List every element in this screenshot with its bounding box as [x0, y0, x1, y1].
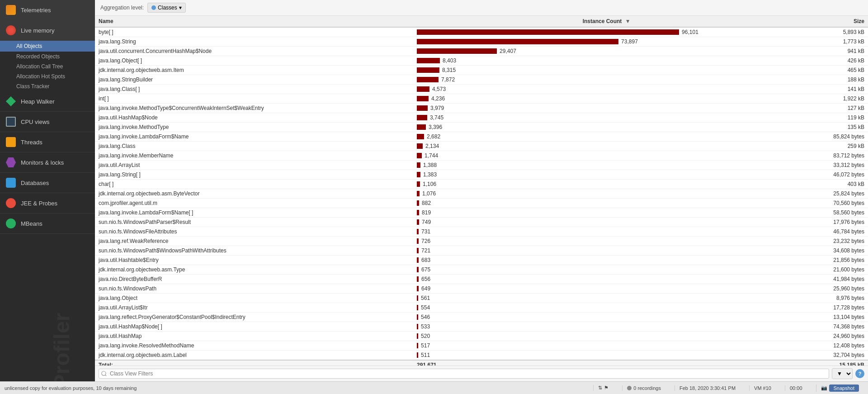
snapshot-button[interactable]: Snapshot	[829, 385, 859, 392]
cell-name: java.lang.ref.WeakReference	[95, 237, 413, 246]
table-row[interactable]: java.lang.Class[ ] 4,573 141 kB	[95, 85, 868, 94]
cell-count: 8,315	[413, 66, 800, 75]
table-row[interactable]: jdk.internal.org.objectweb.asm.Label 511…	[95, 351, 868, 361]
col-header-name[interactable]: Name	[95, 16, 413, 27]
sidebar-label-monitors-locks: Monitors & locks	[21, 159, 64, 166]
sidebar-item-all-objects[interactable]: All Objects	[0, 41, 95, 52]
cell-size: 74,368 bytes	[800, 322, 868, 332]
cell-count: 29,407	[413, 47, 800, 56]
sidebar-item-monitors-locks[interactable]: Monitors & locks	[0, 152, 95, 173]
sidebar-item-allocation-call-tree[interactable]: Allocation Call Tree	[0, 62, 95, 71]
table-row[interactable]: java.lang.ref.WeakReference 726 23,232 b…	[95, 237, 868, 246]
table-row[interactable]: java.lang.Class 2,134 259 kB	[95, 142, 868, 151]
table-row[interactable]: byte[ ] 96,101 5,893 kB	[95, 27, 868, 37]
table-row[interactable]: int[ ] 4,236 1,922 kB	[95, 94, 868, 104]
table-row[interactable]: java.lang.String 73,897 1,773 kB	[95, 37, 868, 47]
table-row[interactable]: sun.nio.fs.WindowsPathParser$Result 749 …	[95, 218, 868, 227]
cell-size: 58,560 bytes	[800, 208, 868, 218]
cell-name: java.util.concurrent.ConcurrentHashMap$N…	[95, 47, 413, 56]
sidebar-item-jee-probes[interactable]: JEE & Probes	[0, 193, 95, 214]
sidebar-item-live-memory[interactable]: Live memory	[0, 20, 95, 41]
main-content: Aggregation level: Classes ▾ Name Instan…	[95, 0, 868, 381]
sidebar-item-mbeans[interactable]: MBeans	[0, 214, 95, 234]
table-row[interactable]: sun.nio.fs.WindowsPath$WindowsPathWithAt…	[95, 246, 868, 256]
table-row[interactable]: java.lang.Object[ ] 8,403 426 kB	[95, 56, 868, 66]
objects-table-container[interactable]: Name Instance Count ▼ Size byte[ ]	[95, 16, 868, 366]
table-row[interactable]: jdk.internal.org.objectweb.asm.Item 8,31…	[95, 66, 868, 75]
col-header-instance-count[interactable]: Instance Count ▼	[413, 16, 800, 27]
cell-size: 46,784 bytes	[800, 227, 868, 237]
table-row[interactable]: java.util.ArrayList 1,388 33,312 bytes	[95, 161, 868, 170]
col-header-size[interactable]: Size	[800, 16, 868, 27]
table-row[interactable]: sun.nio.fs.WindowsFileAttributes 731 46,…	[95, 227, 868, 237]
sidebar-item-telemetries[interactable]: Telemetries	[0, 0, 95, 20]
sidebar-item-heap-walker[interactable]: Heap Walker	[0, 91, 95, 112]
live-memory-icon	[5, 25, 16, 36]
cell-name: java.util.ArrayList$Itr	[95, 303, 413, 313]
table-row[interactable]: java.lang.invoke.LambdaForm$Name 2,682 8…	[95, 132, 868, 142]
status-vm-segment: VM #10	[749, 385, 776, 391]
sidebar-item-threads[interactable]: Threads	[0, 132, 95, 152]
cell-size: 13,104 bytes	[800, 313, 868, 322]
cell-size: 17,976 bytes	[800, 218, 868, 227]
sidebar-item-databases[interactable]: Databases	[0, 173, 95, 193]
aggregation-dropdown[interactable]: Classes ▾	[147, 3, 186, 13]
table-row[interactable]: java.util.concurrent.ConcurrentHashMap$N…	[95, 47, 868, 56]
cell-size: 17,728 bytes	[800, 303, 868, 313]
table-row[interactable]: jdk.internal.org.objectweb.asm.ByteVecto…	[95, 189, 868, 199]
cell-size: 465 kB	[800, 66, 868, 75]
table-row[interactable]: java.lang.invoke.LambdaForm$Name[ ] 819 …	[95, 208, 868, 218]
table-row[interactable]: char[ ] 1,106 403 kB	[95, 180, 868, 189]
cell-count: 554	[413, 303, 800, 313]
table-row[interactable]: java.util.HashMap$Node[ ] 533 74,368 byt…	[95, 322, 868, 332]
sidebar-item-recorded-objects[interactable]: Recorded Objects	[0, 52, 95, 62]
table-row[interactable]: java.util.HashMap$Node 3,745 119 kB	[95, 113, 868, 123]
cell-size: 46,072 bytes	[800, 170, 868, 180]
cell-count: 882	[413, 199, 800, 208]
sidebar-label-jee-probes: JEE & Probes	[21, 200, 57, 207]
cell-size: 34,608 bytes	[800, 246, 868, 256]
cell-size: 8,976 bytes	[800, 294, 868, 303]
allocation-call-tree-label: Allocation Call Tree	[16, 63, 63, 70]
cell-count: 3,979	[413, 104, 800, 113]
table-row[interactable]: java.util.ArrayList$Itr 554 17,728 bytes	[95, 303, 868, 313]
sidebar: Telemetries Live memory All Objects Reco…	[0, 0, 95, 381]
table-row[interactable]: java.lang.Object 561 8,976 bytes	[95, 294, 868, 303]
help-button[interactable]: ?	[855, 369, 864, 378]
table-row[interactable]: java.lang.invoke.MemberName 1,744 83,712…	[95, 151, 868, 161]
cell-count: 675	[413, 265, 800, 275]
table-row[interactable]: java.lang.StringBuilder 7,872 188 kB	[95, 75, 868, 85]
cell-name: java.lang.String[ ]	[95, 170, 413, 180]
table-row[interactable]: java.util.HashMap 520 24,960 bytes	[95, 332, 868, 341]
cell-name: jdk.internal.org.objectweb.asm.Label	[95, 351, 413, 361]
table-row[interactable]: java.nio.DirectByteBufferR 656 41,984 by…	[95, 275, 868, 284]
sidebar-label-cpu-views: CPU views	[21, 119, 50, 125]
table-row[interactable]: java.lang.reflect.ProxyGenerator$Constan…	[95, 313, 868, 322]
cell-size: 83,712 bytes	[800, 151, 868, 161]
sidebar-item-allocation-hot-spots[interactable]: Allocation Hot Spots	[0, 71, 95, 81]
cell-count: 561	[413, 294, 800, 303]
table-row[interactable]: java.lang.invoke.MethodType$ConcurrentWe…	[95, 104, 868, 113]
class-filter-input[interactable]	[99, 369, 829, 379]
table-row[interactable]: java.lang.String[ ] 1,383 46,072 bytes	[95, 170, 868, 180]
cell-size: 1,773 kB	[800, 37, 868, 47]
aggregation-chevron: ▾	[179, 5, 182, 11]
cell-name: java.lang.invoke.MemberName	[95, 151, 413, 161]
filter-dropdown[interactable]: ▼	[832, 368, 853, 379]
table-row[interactable]: jdk.internal.org.objectweb.asm.Type 675 …	[95, 265, 868, 275]
cpu-views-icon	[5, 116, 16, 127]
table-total-row: Total: 291,671 15,185 kB	[95, 360, 868, 366]
table-row[interactable]: java.lang.invoke.MethodType 3,396 135 kB	[95, 123, 868, 132]
heap-walker-icon	[5, 96, 16, 107]
cell-count: 511	[413, 351, 800, 361]
table-row[interactable]: java.lang.invoke.ResolvedMethodName 517 …	[95, 341, 868, 351]
table-row[interactable]: java.util.Hashtable$Entry 683 21,856 byt…	[95, 256, 868, 265]
sidebar-item-cpu-views[interactable]: CPU views	[0, 112, 95, 132]
sidebar-item-class-tracker[interactable]: Class Tracker	[0, 81, 95, 91]
table-row[interactable]: sun.nio.fs.WindowsPath 649 25,960 bytes	[95, 284, 868, 294]
cell-count: 1,076	[413, 189, 800, 199]
cell-name: java.lang.Class[ ]	[95, 85, 413, 94]
table-row[interactable]: com.jprofiler.agent.util.m 882 70,560 by…	[95, 199, 868, 208]
status-message: unlicensed copy for evaluation purposes,…	[5, 385, 584, 391]
threads-icon	[5, 137, 16, 147]
